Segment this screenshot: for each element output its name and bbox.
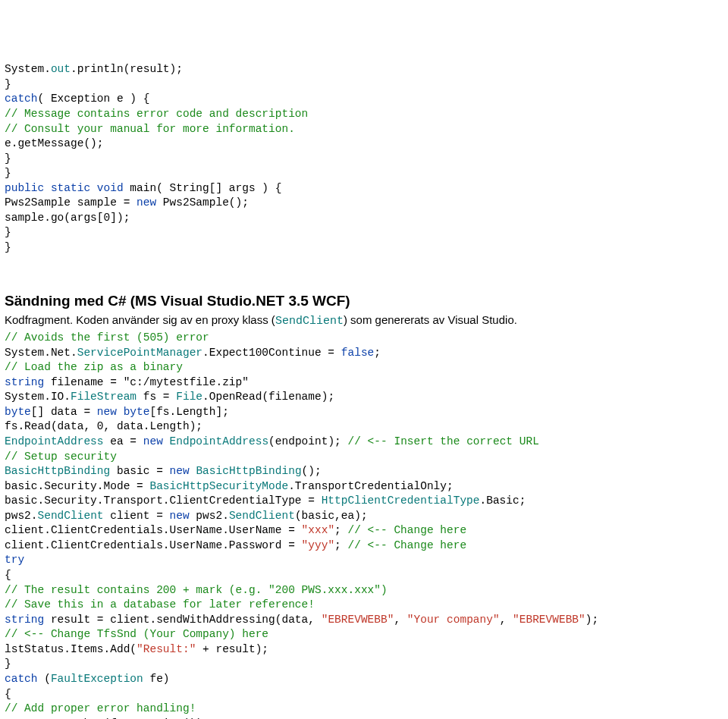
code-line: basic.Security.Transport.ClientCredentia… bbox=[5, 495, 526, 507]
section-heading: Sändning med C# (MS Visual Studio.NET 3.… bbox=[5, 291, 723, 311]
code-line: client.ClientCredentials.UserName.Passwo… bbox=[5, 539, 466, 551]
comment-line: // Consult your manual for more informat… bbox=[5, 123, 295, 135]
code-line: } bbox=[5, 241, 11, 253]
code-line: { bbox=[5, 569, 11, 581]
java-code-block: System.out.println(result); } catch( Exc… bbox=[5, 62, 723, 255]
code-line: System.out.println(result); bbox=[5, 63, 183, 75]
code-line: lstStatus.Items.Add("Result:" + result); bbox=[5, 643, 268, 655]
code-line: pws2.SendClient client = new pws2.SendCl… bbox=[5, 510, 368, 522]
csharp-code-block: // Avoids the first (505) error System.N… bbox=[5, 331, 723, 719]
code-line: byte[] data = new byte[fs.Length]; bbox=[5, 406, 229, 418]
code-line: try bbox=[5, 554, 24, 566]
code-line: basic.Security.Mode = BasicHttpSecurityM… bbox=[5, 480, 453, 492]
code-line: public static void main( String[] args )… bbox=[5, 182, 281, 194]
code-line: } bbox=[5, 226, 11, 238]
code-line: fs.Read(data, 0, data.Length); bbox=[5, 420, 202, 432]
code-line: System.IO.FileStream fs = File.OpenRead(… bbox=[5, 391, 334, 403]
code-line: sample.go(args[0]); bbox=[5, 212, 130, 224]
code-line: } bbox=[5, 658, 11, 670]
comment-line: // Avoids the first (505) error bbox=[5, 331, 209, 344]
code-line: Pws2Sample sample = new Pws2Sample(); bbox=[5, 196, 249, 209]
comment-line: // The result contains 200 + mark (e.g. … bbox=[5, 584, 388, 596]
code-line: } bbox=[5, 167, 11, 179]
code-line: EndpointAddress ea = new EndpointAddress… bbox=[5, 435, 539, 447]
code-line: } bbox=[5, 78, 11, 90]
comment-line: // Add proper error handling! bbox=[5, 702, 196, 714]
section-description: Kodfragment. Koden använder sig av en pr… bbox=[5, 312, 723, 329]
comment-line: // Setup security bbox=[5, 451, 117, 463]
code-line: System.Net.ServicePointManager.Expect100… bbox=[5, 347, 381, 359]
code-line: catch (FaultException fe) bbox=[5, 673, 170, 685]
comment-line: // Message contains error code and descr… bbox=[5, 108, 308, 120]
code-line: client.ClientCredentials.UserName.UserNa… bbox=[5, 524, 466, 536]
code-line: } bbox=[5, 152, 11, 165]
code-line: { bbox=[5, 688, 11, 700]
code-line: catch( Exception e ) { bbox=[5, 93, 149, 105]
comment-line: // Save this in a database for later ref… bbox=[5, 598, 315, 611]
code-line: e.getMessage(); bbox=[5, 137, 104, 149]
comment-line: // <-- Change TfsSnd (Your Company) here bbox=[5, 628, 268, 640]
code-line: string result = client.sendWithAddressin… bbox=[5, 614, 598, 626]
comment-line: // Load the zip as a binary bbox=[5, 361, 183, 373]
code-line: BasicHttpBinding basic = new BasicHttpBi… bbox=[5, 465, 322, 477]
code-line: string filename = "c:/mytestfile.zip" bbox=[5, 376, 249, 388]
